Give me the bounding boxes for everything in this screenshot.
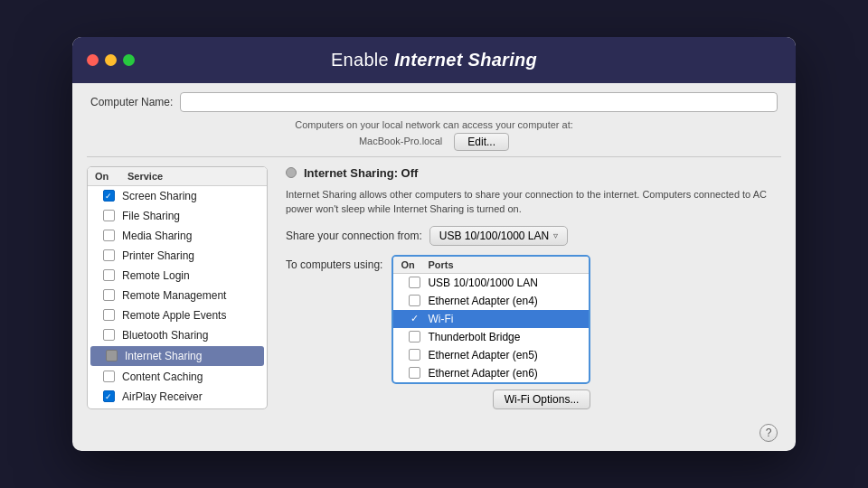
checkbox-icon-airplay-receiver <box>103 390 115 402</box>
sidebar-item-internet-sharing[interactable]: Internet Sharing <box>90 346 264 366</box>
port-row-ethernet-en6[interactable]: Ethernet Adapter (en6) <box>393 364 589 382</box>
checkbox-printer-sharing[interactable] <box>95 249 122 261</box>
traffic-lights <box>87 54 135 66</box>
minimize-button[interactable] <box>105 54 117 66</box>
ports-table: On Ports USB 10/100/1000 LAN <box>392 255 590 384</box>
sidebar-label-airplay-receiver: AirPlay Receiver <box>122 390 203 403</box>
port-checkbox-thunderbolt-bridge[interactable] <box>401 331 428 343</box>
share-from-label: Share your connection from: <box>286 230 422 242</box>
port-label-wifi: Wi-Fi <box>428 313 581 325</box>
checkbox-icon-remote-login <box>103 269 115 281</box>
computer-name-label: Computer Name: <box>90 96 173 108</box>
port-label-ethernet-en4: Ethernet Adapter (en4) <box>428 295 581 307</box>
sidebar-item-printer-sharing[interactable]: Printer Sharing <box>88 246 267 266</box>
checkbox-icon-bluetooth-sharing <box>103 329 115 341</box>
system-preferences-window: Enable Internet Sharing Computer Name: C… <box>72 37 796 451</box>
checkbox-internet-sharing[interactable] <box>98 350 125 361</box>
sidebar-item-file-sharing[interactable]: File Sharing <box>88 206 267 226</box>
sidebar-item-content-caching[interactable]: Content Caching <box>88 367 267 387</box>
port-label-thunderbolt-bridge: Thunderbolt Bridge <box>428 331 581 343</box>
local-network-row: Computers on your local network can acce… <box>72 116 796 156</box>
ports-table-header: On Ports <box>393 257 589 274</box>
edit-button[interactable]: Edit... <box>454 133 509 151</box>
sidebar-item-remote-login[interactable]: Remote Login <box>88 266 267 286</box>
to-computers-row: To computers using: On Ports USB 10/100/… <box>286 255 781 409</box>
checkbox-remote-apple-events[interactable] <box>95 309 122 321</box>
checkbox-airplay-receiver[interactable] <box>95 390 122 402</box>
checkbox-remote-management[interactable] <box>95 289 122 301</box>
checkbox-file-sharing[interactable] <box>95 210 122 221</box>
checkbox-icon-screen-sharing <box>103 190 115 202</box>
sidebar-header: On Service <box>88 167 267 186</box>
computer-name-row: Computer Name: <box>72 83 796 116</box>
wifi-options-button[interactable]: Wi-Fi Options... <box>493 389 591 409</box>
port-check-mark-wifi: ✓ <box>410 313 419 324</box>
sidebar-label-printer-sharing: Printer Sharing <box>122 249 194 262</box>
title-bar: Enable Internet Sharing <box>72 37 796 83</box>
port-checkbox-usb-lan[interactable] <box>401 277 428 288</box>
share-from-value: USB 10/100/1000 LAN <box>439 230 549 242</box>
checkbox-icon-file-sharing <box>103 210 115 221</box>
sidebar-header-service: Service <box>127 171 259 182</box>
main-content: On Service Screen Sharing File Sharing <box>72 157 796 418</box>
checkbox-icon-remote-apple-events <box>103 309 115 321</box>
checkbox-icon-media-sharing <box>103 230 115 241</box>
bottom-bar: ? <box>72 418 796 451</box>
port-row-ethernet-en5[interactable]: Ethernet Adapter (en5) <box>393 346 589 364</box>
port-checkbox-ethernet-en5[interactable] <box>401 349 428 361</box>
checkbox-content-caching[interactable] <box>95 371 122 382</box>
to-computers-label: To computers using: <box>286 255 382 271</box>
sidebar-label-remote-apple-events: Remote Apple Events <box>122 309 226 322</box>
port-checkbox-icon-ethernet-en6 <box>409 367 420 379</box>
help-button[interactable]: ? <box>760 424 778 442</box>
computer-name-input[interactable] <box>180 92 778 112</box>
checkbox-media-sharing[interactable] <box>95 230 122 241</box>
port-row-wifi[interactable]: ✓ Wi-Fi <box>393 310 589 328</box>
sidebar-item-screen-sharing[interactable]: Screen Sharing <box>88 186 267 206</box>
sidebar-label-file-sharing: File Sharing <box>122 210 180 222</box>
sharing-status-title: Internet Sharing: Off <box>304 166 418 180</box>
sidebar-label-media-sharing: Media Sharing <box>122 230 192 242</box>
port-label-ethernet-en6: Ethernet Adapter (en6) <box>428 367 581 380</box>
port-label-ethernet-en5: Ethernet Adapter (en5) <box>428 349 581 361</box>
checkbox-icon-printer-sharing <box>103 249 115 261</box>
sidebar-item-bluetooth-sharing[interactable]: Bluetooth Sharing <box>88 325 267 345</box>
local-network-text: Computers on your local network can acce… <box>295 119 573 130</box>
port-checkbox-icon-ethernet-en4 <box>409 295 420 306</box>
checkbox-icon-content-caching <box>103 371 115 382</box>
dropdown-arrow-icon: ▿ <box>553 230 558 240</box>
sidebar-label-content-caching: Content Caching <box>122 371 203 383</box>
sidebar-header-on: On <box>95 171 127 182</box>
sidebar-label-internet-sharing: Internet Sharing <box>125 350 202 362</box>
right-panel: Internet Sharing: Off Internet Sharing a… <box>268 166 781 409</box>
sharing-status-row: Internet Sharing: Off <box>286 166 781 180</box>
close-button[interactable] <box>87 54 99 66</box>
sidebar-item-media-sharing[interactable]: Media Sharing <box>88 226 267 246</box>
port-label-usb-lan: USB 10/100/1000 LAN <box>428 277 581 289</box>
checkbox-remote-login[interactable] <box>95 269 122 281</box>
port-checkbox-icon-ethernet-en5 <box>409 349 420 361</box>
status-dot-icon <box>286 167 297 178</box>
port-checkbox-ethernet-en6[interactable] <box>401 367 428 379</box>
share-from-dropdown[interactable]: USB 10/100/1000 LAN ▿ <box>429 226 568 246</box>
sidebar-item-airplay-receiver[interactable]: AirPlay Receiver <box>88 387 267 407</box>
window-title: Enable Internet Sharing <box>331 50 537 70</box>
checkbox-screen-sharing[interactable] <box>95 190 122 202</box>
port-row-ethernet-en4[interactable]: Ethernet Adapter (en4) <box>393 292 589 310</box>
checkbox-bluetooth-sharing[interactable] <box>95 329 122 341</box>
port-checkbox-icon-usb-lan <box>409 277 420 288</box>
sidebar-label-screen-sharing: Screen Sharing <box>122 190 197 202</box>
zoom-button[interactable] <box>123 54 135 66</box>
sidebar-item-remote-apple-events[interactable]: Remote Apple Events <box>88 305 267 325</box>
port-checkbox-wifi[interactable]: ✓ <box>401 313 428 324</box>
sidebar-item-remote-management[interactable]: Remote Management <box>88 286 267 305</box>
share-from-row: Share your connection from: USB 10/100/1… <box>286 226 781 246</box>
port-checkbox-icon-thunderbolt-bridge <box>409 331 420 343</box>
macbook-address: MacBook-Pro.local <box>359 136 442 146</box>
sidebar-items-list: Screen Sharing File Sharing Media Sharin… <box>88 186 267 407</box>
services-sidebar: On Service Screen Sharing File Sharing <box>87 166 268 409</box>
port-row-usb-lan[interactable]: USB 10/100/1000 LAN <box>393 274 589 292</box>
sidebar-label-remote-login: Remote Login <box>122 269 190 282</box>
port-row-thunderbolt-bridge[interactable]: Thunderbolt Bridge <box>393 328 589 346</box>
port-checkbox-ethernet-en4[interactable] <box>401 295 428 306</box>
